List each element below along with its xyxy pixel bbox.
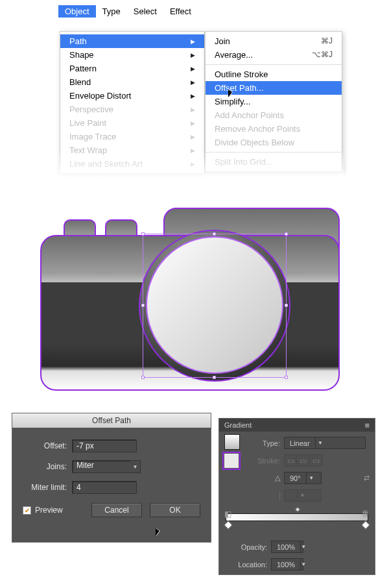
fade-overlay xyxy=(58,149,344,188)
stroke-mode-within-icon[interactable]: ▭ xyxy=(284,454,297,467)
selection-handle[interactable] xyxy=(285,376,288,379)
stop-location-input[interactable]: 100%▼ xyxy=(271,558,303,570)
submenu-simplify[interactable]: Simplify... xyxy=(206,95,342,108)
gradient-fill-swatch[interactable] xyxy=(224,434,240,450)
selection-handle[interactable] xyxy=(213,232,216,236)
menu-effect[interactable]: Effect xyxy=(163,5,198,18)
aspect-ratio-icon xyxy=(279,491,280,500)
gradient-stroke-swatch[interactable] xyxy=(224,454,239,468)
cursor-icon xyxy=(156,528,159,536)
cancel-button[interactable]: Cancel xyxy=(91,503,142,517)
selection-handle[interactable] xyxy=(285,304,288,307)
offset-label: Offset: xyxy=(23,441,72,450)
menu-item-live-paint[interactable]: Live Paint▶ xyxy=(60,116,204,130)
gradient-type-dropdown[interactable]: Linear▼ xyxy=(284,437,366,449)
offset-path-dialog: Offset Path Offset: Joins: Miter ▼ Miter… xyxy=(12,413,211,543)
preview-checkbox[interactable]: ✔ xyxy=(23,506,31,515)
location-label: Location: xyxy=(230,561,271,569)
submenu-divide-below[interactable]: Divide Objects Below xyxy=(206,136,342,149)
stop-color-icon[interactable]: ◧ xyxy=(224,509,231,519)
stroke-gradient-mode: ▭ ▭ ▭ xyxy=(284,454,323,467)
menu-item-perspective[interactable]: Perspective▶ xyxy=(60,103,204,116)
gradient-angle-input[interactable]: 90°▼ xyxy=(284,472,322,484)
joins-dropdown[interactable]: Miter ▼ xyxy=(72,460,141,473)
angle-icon: △ xyxy=(253,474,284,482)
submenu-average[interactable]: Average...⌥⌘J xyxy=(206,48,342,62)
gradient-slider[interactable] xyxy=(226,513,368,521)
selection-bounding-box[interactable] xyxy=(143,234,287,378)
panel-title: Gradient ≡ xyxy=(219,419,375,432)
submenu-arrow-icon: ▶ xyxy=(191,38,195,45)
reverse-gradient-icon[interactable]: ⇄ xyxy=(364,474,370,482)
offset-input[interactable] xyxy=(72,439,137,452)
menu-object[interactable]: Object xyxy=(58,5,96,18)
dropdown-arrow-icon: ▼ xyxy=(130,460,141,473)
menu-item-image-trace[interactable]: Image Trace▶ xyxy=(60,130,204,143)
canvas-artboard[interactable] xyxy=(40,205,345,395)
miter-limit-label: Miter limit: xyxy=(23,483,72,492)
menu-item-pattern[interactable]: Pattern▶ xyxy=(60,62,204,75)
stop-opacity-input[interactable]: 100%▼ xyxy=(271,541,303,553)
selection-handle[interactable] xyxy=(141,232,145,236)
stroke-mode-along-icon[interactable]: ▭ xyxy=(297,454,310,467)
menu-separator xyxy=(206,64,342,65)
submenu-join[interactable]: Join⌘J xyxy=(206,34,342,48)
menubar: Object Type Select Effect xyxy=(58,5,198,18)
menu-item-path[interactable]: Path▶ xyxy=(60,34,204,48)
gradient-panel: Gradient ≡ Type: Linear▼ Stroke: ▭ ▭ ▭ △ xyxy=(218,418,375,575)
stroke-label: Stroke: xyxy=(253,457,284,465)
miter-limit-input[interactable] xyxy=(72,481,137,494)
selection-handle[interactable] xyxy=(141,304,145,307)
aspect-ratio-input: ▼ xyxy=(284,489,322,502)
submenu-offset-path[interactable]: Offset Path... xyxy=(206,81,342,95)
dropdown-arrow-icon: ▼ xyxy=(315,437,325,448)
submenu-remove-anchor[interactable]: Remove Anchor Points xyxy=(206,122,342,136)
selection-handle[interactable] xyxy=(285,232,288,236)
panel-menu-icon[interactable]: ≡ xyxy=(364,421,370,430)
selection-handle[interactable] xyxy=(141,376,145,379)
ok-button[interactable]: OK xyxy=(150,503,200,517)
joins-label: Joins: xyxy=(23,462,72,471)
dialog-title: Offset Path xyxy=(12,413,211,428)
menu-item-shape[interactable]: Shape▶ xyxy=(60,48,204,62)
opacity-label: Opacity: xyxy=(230,543,271,551)
selection-handle[interactable] xyxy=(213,376,216,379)
submenu-add-anchor[interactable]: Add Anchor Points xyxy=(206,108,342,122)
preview-label: Preview xyxy=(35,506,63,515)
type-label: Type: xyxy=(253,439,284,447)
menu-select[interactable]: Select xyxy=(127,5,163,18)
menu-item-blend[interactable]: Blend▶ xyxy=(60,75,204,89)
menu-item-envelope-distort[interactable]: Envelope Distort▶ xyxy=(60,89,204,103)
stroke-mode-across-icon[interactable]: ▭ xyxy=(310,454,323,467)
gradient-midpoint-handle[interactable] xyxy=(294,506,301,513)
menu-type[interactable]: Type xyxy=(96,5,127,18)
submenu-outline-stroke[interactable]: Outline Stroke xyxy=(206,67,342,81)
cursor-icon xyxy=(228,90,232,97)
delete-stop-icon[interactable]: 🗑 xyxy=(362,509,370,518)
